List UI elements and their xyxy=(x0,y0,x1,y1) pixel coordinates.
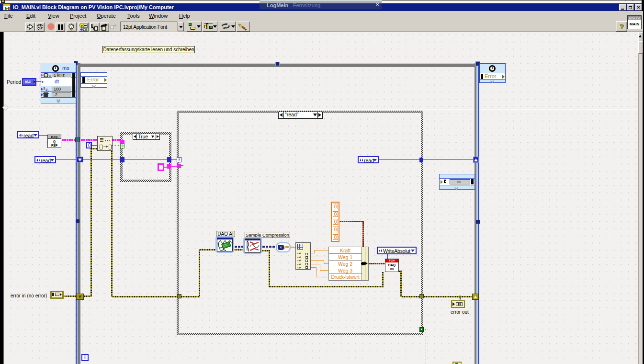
svg-text:P: P xyxy=(80,24,83,28)
